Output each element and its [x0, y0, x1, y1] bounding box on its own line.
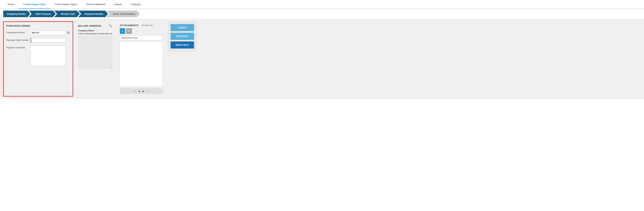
attachment-delete-button[interactable]: ✕: [126, 28, 132, 34]
wizard-bar: Shipping Details Add Products Review Car…: [0, 9, 644, 19]
payment-comments-textarea[interactable]: [30, 46, 66, 66]
company-name-value: Zebra Technologies Australia Pty Ltd: [78, 33, 112, 35]
nav-home[interactable]: Home: [3, 0, 18, 9]
purchase-order-number-row: Purchase Order Number: [6, 38, 70, 43]
billing-header: BILLING ADDRESS 🔍: [78, 24, 112, 28]
previous-button[interactable]: PREVIOUS: [170, 33, 194, 40]
transaction-amount-row: Transaction Amount 🗎: [6, 30, 70, 35]
attachment-list-area: [120, 42, 163, 87]
attachment-pagination: ⊧ ◀ ▶ ⊦: [120, 88, 163, 94]
billing-address-textarea[interactable]: [78, 36, 112, 68]
nav-create-repair-order[interactable]: Create Repair Order: [18, 0, 50, 9]
action-panel: SUBMIT PREVIOUS NEED HELP: [168, 21, 197, 51]
pagination-first-button[interactable]: ⊧: [134, 90, 136, 93]
pagination-prev-button[interactable]: ◀: [138, 90, 141, 93]
transaction-amount-label: Transaction Amount: [6, 30, 29, 34]
wizard-step-review-cart-label: Review Cart: [54, 11, 80, 17]
wizard-step-payment-details-label: Payment Details: [78, 11, 108, 17]
payment-comments-input-wrap: [30, 46, 70, 66]
attachments-title: ATTACHMENTS: [120, 24, 138, 27]
company-name-label: Company Name: [78, 29, 112, 32]
attachments-panel: ATTACHMENTS No Records + ✕ Attachment Na…: [117, 21, 165, 97]
pagination-last-button[interactable]: ⊦: [146, 90, 149, 93]
purchase-order-number-label: Purchase Order Number: [6, 38, 29, 41]
nav-check-repair-status[interactable]: Check Repair Status: [50, 0, 82, 9]
attachment-add-button[interactable]: +: [120, 28, 125, 34]
wizard-step-add-products[interactable]: Add Products: [29, 11, 56, 17]
purchase-order-panel: PURCHASE ORDER Transaction Amount 🗎 Purc…: [3, 21, 73, 97]
transaction-amount-input[interactable]: [30, 30, 66, 35]
top-navigation: Home Create Repair Order Check Repair St…: [0, 0, 644, 9]
main-content: PURCHASE ORDER Transaction Amount 🗎 Purc…: [0, 19, 644, 99]
no-records-text: No Records: [142, 24, 153, 27]
billing-address-title: BILLING ADDRESS: [78, 25, 101, 27]
transaction-amount-input-wrap: 🗎: [30, 30, 70, 35]
payment-comments-label: Payment Comments: [6, 46, 29, 49]
attachment-name-label: Attachment Name: [120, 36, 163, 40]
payment-comments-row: Payment Comments: [6, 46, 70, 66]
wizard-step-shipping[interactable]: Shipping Details: [3, 11, 30, 17]
purchase-order-title: PURCHASE ORDER: [6, 25, 70, 27]
wizard-step-order-confirmation[interactable]: Order Confirmation: [106, 11, 140, 17]
doc-icon[interactable]: 🗎: [67, 31, 70, 35]
wizard-step-add-products-label: Add Products: [29, 11, 56, 17]
purchase-order-number-input[interactable]: [31, 38, 66, 43]
billing-address-panel: BILLING ADDRESS 🔍 Company Name Zebra Tec…: [76, 21, 115, 97]
billing-search-icon[interactable]: 🔍: [108, 24, 112, 28]
nav-assets[interactable]: Assets: [110, 0, 126, 9]
attach-buttons: + ✕: [120, 28, 163, 34]
wizard-step-review-cart[interactable]: Review Cart: [54, 11, 80, 17]
nav-contracts[interactable]: Contracts: [126, 0, 146, 9]
wizard-step-order-confirmation-label: Order Confirmation: [106, 11, 140, 17]
need-help-button[interactable]: NEED HELP: [170, 42, 194, 49]
purchase-order-number-input-wrap: [31, 38, 70, 43]
wizard-step-shipping-label: Shipping Details: [3, 11, 30, 17]
attachments-header: ATTACHMENTS No Records: [120, 24, 163, 27]
pagination-next-button[interactable]: ▶: [142, 90, 145, 93]
wizard-step-payment-details[interactable]: Payment Details: [78, 11, 108, 17]
submit-button[interactable]: SUBMIT: [170, 24, 194, 31]
nav-check-entitlement[interactable]: Check Entitlement: [82, 0, 110, 9]
